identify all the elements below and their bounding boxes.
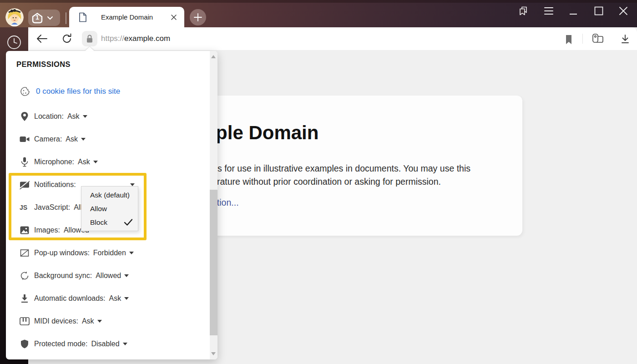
permission-label: Pop-up windows: <box>34 249 90 257</box>
title-bar: 1 Example Domain <box>0 0 637 27</box>
address-toolbar: https://example.com <box>28 27 637 50</box>
bookmark-button[interactable] <box>560 30 578 49</box>
site-security-button[interactable] <box>82 31 97 46</box>
permission-label: MIDI devices: <box>34 317 78 325</box>
tab-example-domain[interactable]: Example Domain <box>69 7 184 27</box>
permission-value: Forbidden <box>93 249 126 257</box>
images-icon <box>20 225 30 236</box>
dropdown-arrow-icon <box>97 320 102 323</box>
dropdown-item-ask-default[interactable]: Ask (default) <box>81 188 138 202</box>
permission-row-microphone: Microphone: Ask <box>20 155 98 169</box>
plus-icon <box>194 13 202 21</box>
menu-icon[interactable] <box>543 5 554 16</box>
back-button[interactable] <box>33 30 51 48</box>
microphone-icon <box>20 157 30 167</box>
minimize-button[interactable] <box>568 5 579 16</box>
camera-icon <box>20 134 30 145</box>
location-value-dropdown[interactable]: Ask <box>64 112 87 121</box>
protected-mode-value-dropdown[interactable]: Disabled <box>87 340 127 348</box>
permission-value: Ask <box>82 317 94 325</box>
permission-row-background-sync: Background sync: Allowed <box>20 269 129 283</box>
panel-pointer <box>85 47 94 51</box>
profile-avatar[interactable] <box>5 8 24 26</box>
panel-title: PERMISSIONS <box>16 60 71 69</box>
permission-row-location: Location: Ask <box>20 110 87 123</box>
permission-value: Ask <box>78 158 90 166</box>
permission-row-images: Images: Allowed <box>20 223 89 237</box>
permission-label: Camera: <box>34 135 62 143</box>
shield-icon <box>20 339 30 349</box>
permissions-panel: PERMISSIONS 0 cookie files for this site… <box>6 51 217 359</box>
tab-counter-badge: 1 <box>30 11 44 25</box>
notifications-dropdown-menu: Ask (default) Allow Block <box>81 186 138 231</box>
scrollbar-thumb[interactable] <box>210 190 217 335</box>
dropdown-arrow-icon <box>93 161 98 163</box>
tab-title: Example Domain <box>101 13 153 21</box>
popup-blocked-icon <box>20 248 30 258</box>
dropdown-item-block[interactable]: Block <box>81 216 138 229</box>
permission-row-midi: MIDI devices: Ask <box>20 314 102 328</box>
maximize-button[interactable] <box>593 5 604 16</box>
permission-row-automatic-downloads: Automatic downloads: Ask <box>20 292 129 305</box>
tab-counter[interactable]: 1 <box>28 10 60 26</box>
dropdown-arrow-icon <box>123 343 127 345</box>
scrollbar-up-arrow[interactable] <box>211 55 216 58</box>
permission-label: Location: <box>34 112 64 121</box>
permission-value: Ask <box>67 112 80 121</box>
permission-label: JavaScript: <box>34 203 70 212</box>
popups-value-dropdown[interactable]: Forbidden <box>90 249 134 257</box>
bookmark-icon <box>565 35 573 45</box>
downloads-button[interactable] <box>616 30 634 48</box>
microphone-value-dropdown[interactable]: Ask <box>74 158 98 166</box>
permission-row-popups: Pop-up windows: Forbidden <box>20 246 134 260</box>
permission-row-camera: Camera: Ask <box>20 132 86 146</box>
chevron-down-icon[interactable] <box>47 16 53 20</box>
dropdown-arrow-icon <box>81 138 86 141</box>
permission-row-protected-mode: Protected mode: Disabled <box>20 337 127 351</box>
permission-label: Notifications: <box>34 181 76 189</box>
page-document-icon <box>78 12 87 22</box>
permission-row-notifications: Notifications: <box>20 178 80 192</box>
automatic-downloads-value-dropdown[interactable]: Ask <box>106 294 129 303</box>
bookmarks-panel-icon[interactable] <box>518 5 529 16</box>
panel-scrollbar[interactable] <box>210 51 217 359</box>
cookie-icon <box>20 86 30 97</box>
permission-label: Images: <box>34 226 60 234</box>
cookie-files-link[interactable]: 0 cookie files for this site <box>20 85 120 98</box>
reload-button[interactable] <box>58 30 76 48</box>
dropdown-item-allow[interactable]: Allow <box>81 202 138 216</box>
avatar-illustration <box>5 8 24 26</box>
background-sync-value-dropdown[interactable]: Allowed <box>92 272 129 280</box>
dropdown-item-label: Block <box>90 218 107 227</box>
download-icon <box>620 34 631 45</box>
permission-value: Allowed <box>96 272 121 280</box>
toolbar-divider <box>582 34 583 44</box>
permission-value: Disabled <box>91 340 119 348</box>
close-button[interactable] <box>618 5 629 16</box>
new-tab-button[interactable] <box>190 9 206 25</box>
camera-value-dropdown[interactable]: Ask <box>62 135 86 143</box>
url-host: example.com <box>124 34 170 43</box>
location-icon <box>20 111 30 122</box>
permission-label: Microphone: <box>34 158 74 166</box>
check-icon <box>124 218 133 228</box>
notifications-muted-icon <box>20 179 30 190</box>
midi-piano-icon <box>20 316 30 327</box>
tab-close-icon[interactable] <box>171 14 177 20</box>
dropdown-arrow-icon <box>124 297 129 300</box>
javascript-icon: JS <box>20 202 30 213</box>
auto-download-icon <box>20 293 30 304</box>
lock-icon <box>86 34 94 43</box>
url-scheme: https:// <box>101 34 124 43</box>
tabbar-divider <box>66 12 66 24</box>
history-clock-icon[interactable] <box>6 35 22 50</box>
permission-label: Protected mode: <box>34 340 87 348</box>
midi-value-dropdown[interactable]: Ask <box>78 317 102 325</box>
svg-text:JS: JS <box>20 204 27 211</box>
permission-value: Ask <box>109 294 121 303</box>
collections-button[interactable] <box>589 30 607 48</box>
browser-window: 1 Example Domain <box>0 0 637 364</box>
permission-label: Background sync: <box>34 272 92 280</box>
address-bar[interactable]: https://example.com <box>101 27 170 50</box>
scrollbar-down-arrow[interactable] <box>211 352 216 355</box>
